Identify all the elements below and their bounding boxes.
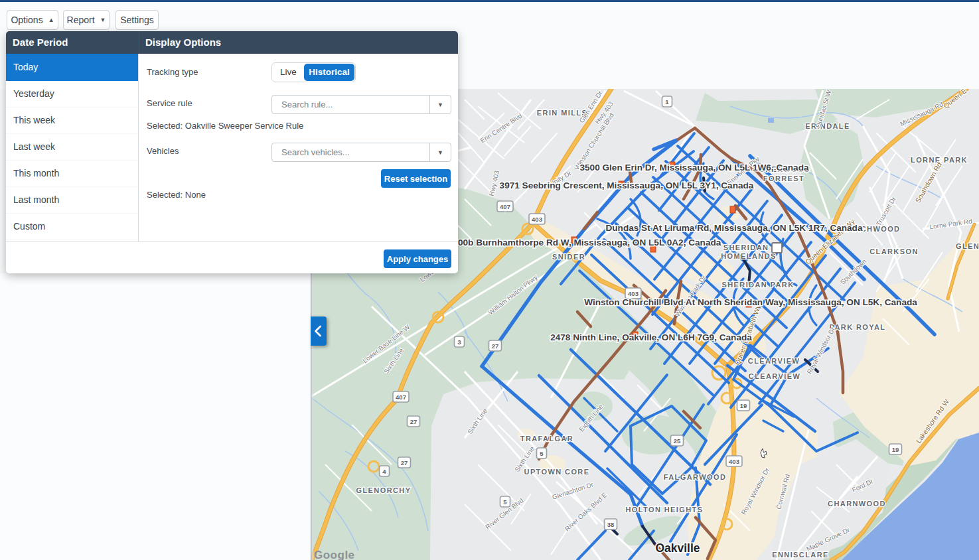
svg-text:403: 403 <box>532 216 542 223</box>
svg-text:403: 403 <box>628 290 639 297</box>
svg-text:CLARKSON: CLARKSON <box>869 247 919 255</box>
svg-text:Oakville: Oakville <box>655 541 700 555</box>
svg-text:38: 38 <box>607 521 615 528</box>
svg-text:GLEN: GLEN <box>956 242 979 250</box>
svg-text:407: 407 <box>500 203 510 210</box>
svg-text:UPTOWN CORE: UPTOWN CORE <box>524 468 590 476</box>
svg-text:ENNISCLARE: ENNISCLARE <box>772 551 829 559</box>
svg-text:27: 27 <box>401 459 408 466</box>
svg-text:CHARNWOOD: CHARNWOOD <box>828 500 886 508</box>
svg-text:5: 5 <box>503 498 507 506</box>
svg-text:Winston Churchill Blvd At Nort: Winston Churchill Blvd At North Sheridan… <box>584 297 917 307</box>
svg-text:00b Burnhamthorpe Rd W, Missis: 00b Burnhamthorpe Rd W, Mississauga, ON … <box>458 238 721 247</box>
svg-text:2478 Ninth Line, Oakville, ON: 2478 Ninth Line, Oakville, ON L6H 7G9, C… <box>550 332 752 342</box>
svg-text:SHERIDAN: SHERIDAN <box>723 244 769 251</box>
svg-text:CLEARVIEW: CLEARVIEW <box>748 357 800 365</box>
svg-text:SNIDER: SNIDER <box>552 253 585 261</box>
svg-text:HOLTON HEIGHTS: HOLTON HEIGHTS <box>626 506 704 514</box>
svg-text:HOMELANDS: HOMELANDS <box>721 252 777 260</box>
svg-text:19: 19 <box>740 402 747 409</box>
svg-text:4: 4 <box>382 468 386 475</box>
svg-text:Dundas St At Liruma Rd, Missis: Dundas St At Liruma Rd, Mississauga, ON … <box>605 223 862 233</box>
svg-text:27: 27 <box>492 342 499 350</box>
svg-text:PARK ROYAL: PARK ROYAL <box>830 323 886 331</box>
svg-text:SHERIDAN PARK: SHERIDAN PARK <box>721 281 794 289</box>
svg-text:3971 Seebring Crescent, Missis: 3971 Seebring Crescent, Mississauga, ON … <box>500 180 754 190</box>
svg-text:407: 407 <box>396 393 406 401</box>
svg-text:3500 Glen Erin Dr, Mississauga: 3500 Glen Erin Dr, Mississauga, ON L5L 1… <box>579 163 808 173</box>
svg-text:CLEARVIEW: CLEARVIEW <box>749 372 800 380</box>
svg-text:403: 403 <box>729 458 739 465</box>
svg-text:TRAFALGAR: TRAFALGAR <box>520 435 573 443</box>
svg-text:1: 1 <box>665 98 669 105</box>
svg-text:ERIN MILLS: ERIN MILLS <box>537 109 587 117</box>
svg-text:25: 25 <box>674 437 681 445</box>
svg-text:19: 19 <box>892 446 899 453</box>
svg-text:Google: Google <box>314 549 355 560</box>
svg-text:ERINDALE: ERINDALE <box>805 122 850 130</box>
svg-text:FORREST: FORREST <box>763 175 804 182</box>
svg-text:27: 27 <box>410 418 417 425</box>
svg-text:5: 5 <box>540 450 544 457</box>
svg-text:FALGARWOOD: FALGARWOOD <box>664 473 726 481</box>
svg-text:3: 3 <box>457 338 461 346</box>
svg-text:GLENORCHY: GLENORCHY <box>356 486 412 494</box>
